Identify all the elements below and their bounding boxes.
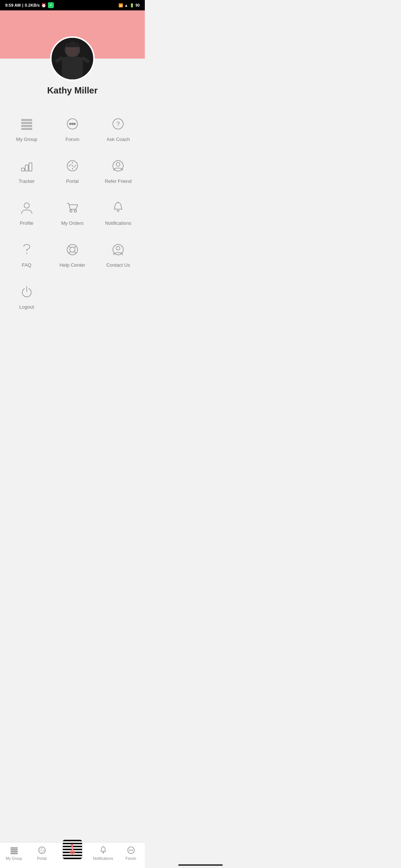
menu-label-my-group: My Group (16, 137, 37, 142)
menu-item-logout[interactable]: Logout (4, 274, 49, 316)
svg-line-40 (74, 246, 76, 248)
svg-line-41 (69, 251, 71, 253)
menu-label-help-center: Help Center (59, 262, 85, 268)
status-left: 9:59 AM | 0.2KB/s ⏰ ✓ (5, 2, 54, 8)
svg-point-13 (71, 123, 74, 125)
svg-point-36 (26, 253, 27, 254)
battery-value: 90 (136, 3, 140, 7)
svg-rect-9 (22, 125, 32, 126)
svg-point-31 (70, 210, 72, 212)
whatsapp-icon: ✓ (48, 2, 54, 8)
svg-point-29 (116, 162, 120, 166)
contact-icon (109, 241, 127, 259)
svg-rect-19 (29, 163, 32, 171)
menu-label-logout: Logout (19, 304, 34, 310)
user-name: Kathy Miller (0, 85, 145, 96)
svg-point-12 (69, 123, 71, 125)
menu-item-help-center[interactable]: Help Center (49, 233, 95, 274)
svg-rect-4 (65, 43, 79, 47)
svg-rect-7 (22, 119, 32, 121)
status-right: 📶 ▲ 🔋 90 (118, 3, 140, 7)
menu-item-my-group[interactable]: My Group (4, 107, 49, 149)
menu-label-notifications: Notifications (105, 220, 131, 226)
lifebuoy-icon (63, 241, 81, 259)
svg-point-30 (24, 203, 29, 208)
refer-friend-icon (109, 157, 127, 175)
svg-point-21 (72, 165, 73, 167)
svg-rect-8 (22, 122, 32, 124)
data-speed-value: 0.2KB/s (25, 3, 40, 7)
svg-rect-17 (22, 168, 25, 171)
menu-item-notifications[interactable]: Notifications (95, 191, 141, 233)
cart-icon (63, 199, 81, 217)
content-area: Kathy Miller My Group Forum ? Ask Coach (0, 36, 145, 357)
clock-icon: ⏰ (41, 3, 46, 8)
svg-point-28 (113, 161, 123, 171)
menu-label-portal: Portal (66, 178, 79, 184)
menu-label-contact-us: Contact Us (106, 262, 130, 268)
menu-item-my-orders[interactable]: My Orders (49, 191, 95, 233)
menu-item-ask-coach[interactable]: ? Ask Coach (95, 107, 141, 149)
bell-icon (109, 199, 127, 217)
svg-point-38 (70, 247, 75, 252)
svg-point-14 (74, 123, 76, 125)
menu-label-profile: Profile (20, 220, 33, 226)
menu-grid: My Group Forum ? Ask Coach (0, 103, 145, 320)
avatar-wrapper (0, 36, 145, 81)
svg-point-32 (74, 210, 76, 212)
svg-rect-18 (25, 165, 28, 171)
svg-rect-10 (22, 128, 32, 129)
menu-item-refer-friend[interactable]: Refer Friend (95, 149, 141, 191)
menu-label-tracker: Tracker (19, 178, 35, 184)
svg-rect-2 (62, 57, 83, 79)
time: 9:59 AM (5, 3, 21, 7)
menu-label-faq: FAQ (22, 262, 32, 268)
svg-line-27 (73, 167, 75, 168)
question-icon: ? (109, 115, 127, 133)
menu-item-tracker[interactable]: Tracker (4, 149, 49, 191)
avatar[interactable] (50, 36, 95, 81)
battery-icon: 🔋 (130, 3, 134, 7)
signal-icon: ▲ (124, 3, 128, 7)
svg-text:?: ? (117, 121, 120, 127)
menu-label-my-orders: My Orders (61, 220, 84, 226)
svg-point-44 (116, 246, 120, 250)
svg-line-26 (70, 164, 72, 165)
profile-icon (18, 199, 36, 217)
menu-item-contact-us[interactable]: Contact Us (95, 233, 141, 274)
menu-item-forum[interactable]: Forum (49, 107, 95, 149)
compass-icon (63, 157, 81, 175)
menu-label-refer-friend: Refer Friend (105, 178, 131, 184)
power-icon (18, 283, 36, 300)
menu-label-forum: Forum (65, 137, 79, 142)
menu-item-faq[interactable]: FAQ (4, 233, 49, 274)
svg-line-42 (74, 251, 76, 253)
list-icon (18, 115, 36, 133)
menu-item-profile[interactable]: Profile (4, 191, 49, 233)
forum-icon (63, 115, 81, 133)
data-speed: | (22, 3, 23, 7)
menu-item-portal[interactable]: Portal (49, 149, 95, 191)
menu-label-ask-coach: Ask Coach (107, 137, 130, 142)
svg-line-39 (69, 246, 71, 248)
status-bar: 9:59 AM | 0.2KB/s ⏰ ✓ 📶 ▲ 🔋 90 (0, 0, 145, 10)
tracker-icon (18, 157, 36, 175)
faq-icon (18, 241, 36, 259)
wifi-icon: 📶 (118, 3, 123, 7)
